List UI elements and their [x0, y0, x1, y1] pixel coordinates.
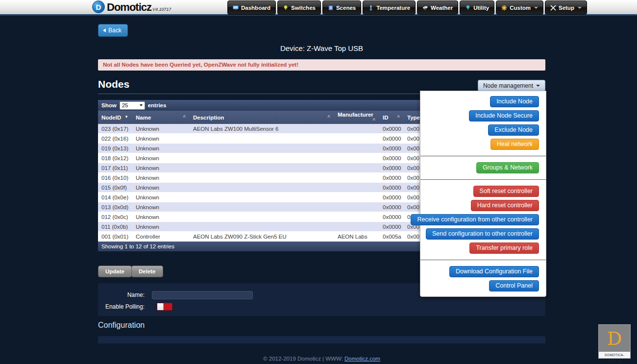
nodes-heading: Nodes [98, 78, 129, 90]
warning-banner: Not all Nodes have been Queried yet, Ope… [98, 59, 545, 71]
nav-label: Utility [473, 5, 489, 11]
chevron-down-icon [534, 7, 538, 9]
menu-button-transfer-primary-role[interactable]: Transfer primary role [469, 243, 539, 254]
back-button[interactable]: Back [98, 24, 128, 37]
menu-divider [420, 260, 546, 260]
gear-icon [501, 5, 507, 11]
chevron-down-icon [536, 85, 540, 87]
column-header-name[interactable]: Name^ [132, 111, 190, 124]
nav-label: Temperature [376, 5, 410, 11]
scenes-icon [328, 5, 334, 11]
back-label: Back [108, 27, 122, 34]
nav-label: Setup [559, 5, 574, 11]
menu-button-receive-configuration-from-other-controller[interactable]: Receive configuration from other control… [411, 214, 539, 225]
menu-button-include-node[interactable]: Include Node [490, 96, 539, 107]
column-header-manufacturer[interactable]: Manufacturer^ [334, 111, 379, 124]
sort-desc-icon: ▼ [124, 115, 128, 119]
top-bar: D Domoticz V4.10717 Dashboard Switches S… [0, 0, 637, 16]
chevron-down-icon [140, 104, 143, 106]
node-management-menu: Include NodeInclude Node SecureExclude N… [420, 91, 546, 297]
nav-item-switches[interactable]: Switches [277, 0, 321, 15]
menu-button-include-node-secure[interactable]: Include Node Secure [469, 110, 539, 121]
nav-label: Scenes [336, 5, 356, 11]
page-size-value: 25 [122, 102, 128, 108]
nav-item-utility[interactable]: Utility [460, 0, 494, 15]
name-input[interactable] [152, 291, 253, 299]
footer: © 2012-2019 Domoticz | WWW: Domoticz.com [98, 356, 545, 362]
nav-item-weather[interactable]: Weather [417, 0, 458, 15]
update-button[interactable]: Update [98, 266, 132, 277]
nav-label: Switches [291, 5, 316, 11]
name-label: Name: [98, 291, 145, 298]
menu-button-groups-network[interactable]: Groups & Network [476, 162, 539, 173]
nav-label: Custom [510, 5, 531, 11]
sort-asc-icon: ^ [183, 115, 186, 120]
domoticz-logo-icon: D [92, 0, 105, 13]
watermark-logo: D [599, 325, 630, 352]
menu-divider [420, 156, 546, 156]
menu-button-download-configuration-file[interactable]: Download Configuration File [449, 266, 539, 277]
lightbulb-icon [283, 5, 289, 11]
column-header-nodeid[interactable]: NodeID▼ [98, 111, 132, 124]
menu-button-hard-reset-controller[interactable]: Hard reset controller [471, 200, 539, 211]
node-management-label: Node management [483, 82, 533, 89]
logo-version: V4.10717 [152, 7, 172, 12]
column-header-description[interactable]: Description^ [190, 111, 334, 124]
chevron-down-icon [578, 7, 582, 9]
back-arrow-icon [103, 28, 106, 32]
cloud-icon [422, 5, 428, 11]
configuration-heading: Configuration [98, 321, 145, 330]
nav-item-setup[interactable]: Setup [545, 0, 587, 15]
sort-asc-icon: ^ [397, 115, 400, 120]
tools-icon [550, 5, 556, 11]
delete-button[interactable]: Delete [131, 266, 163, 277]
sort-asc-icon: ^ [327, 115, 330, 120]
column-header-id[interactable]: ID^ [379, 111, 404, 124]
watermark-letter: D [607, 329, 622, 348]
nav-label: Weather [431, 5, 453, 11]
dashboard-icon [233, 5, 239, 11]
entries-label: entries [148, 102, 167, 108]
menu-button-exclude-node[interactable]: Exclude Node [488, 124, 539, 136]
menu-divider [420, 179, 546, 180]
show-label: Show [101, 102, 117, 108]
watermark: D DOMOTICA-BLOG.NL [598, 324, 631, 359]
menu-button-heal-network[interactable]: Heal network [490, 139, 539, 150]
nav-item-dashboard[interactable]: Dashboard [227, 0, 276, 15]
node-management-button[interactable]: Node management [478, 80, 545, 91]
enable-polling-label: Enable Polling: [98, 303, 145, 310]
footer-text: © 2012-2019 Domoticz | WWW: [263, 356, 343, 362]
nav-item-custom[interactable]: Custom [496, 0, 543, 15]
thermometer-icon [368, 5, 374, 11]
page-title: Device: Z-Wave Top USB [98, 44, 545, 52]
nav-item-temperature[interactable]: Temperature [363, 0, 416, 15]
watermark-label: DOMOTICA-BLOG.NL [599, 352, 630, 358]
domoticz-logo[interactable]: D Domoticz V4.10717 [92, 0, 172, 14]
nav-label: Dashboard [241, 5, 270, 11]
logo-text: Domoticz [107, 1, 151, 14]
main-nav: Dashboard Switches Scenes Temperature We… [227, 0, 587, 15]
domoticz-link[interactable]: Domoticz.com [344, 356, 380, 362]
enable-polling-toggle[interactable] [157, 303, 172, 311]
menu-button-send-configuration-to-other-controller[interactable]: Send configuration to other controller [426, 228, 539, 240]
nav-item-scenes[interactable]: Scenes [322, 0, 361, 15]
menu-button-control-panel[interactable]: Control Panel [489, 280, 539, 291]
sort-asc-icon: ^ [372, 118, 375, 123]
configuration-bar [98, 336, 545, 343]
toggle-handle [157, 303, 164, 310]
menu-button-soft-reset-controller[interactable]: Soft reset controller [473, 186, 539, 197]
pin-icon [465, 5, 471, 11]
page-size-select[interactable]: 25 [120, 101, 145, 110]
